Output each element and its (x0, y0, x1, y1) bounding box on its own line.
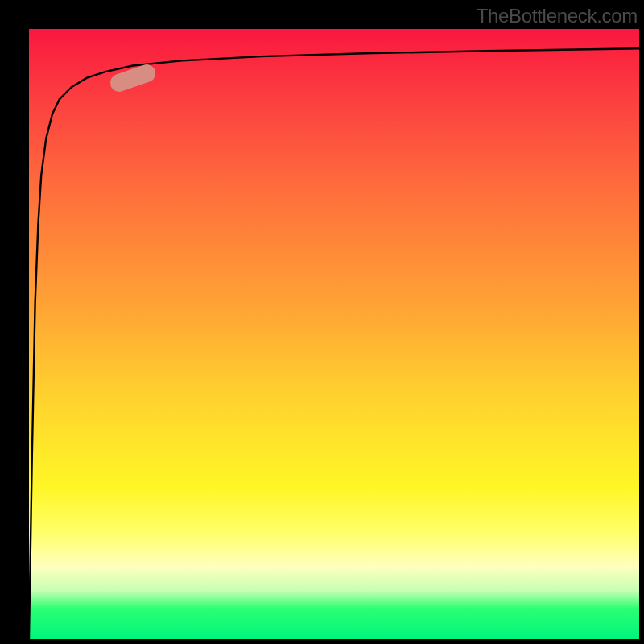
attribution-label: TheBottleneck.com (477, 5, 638, 27)
chart-plot-area (29, 29, 639, 639)
chart-frame: TheBottleneck.com (0, 0, 644, 644)
